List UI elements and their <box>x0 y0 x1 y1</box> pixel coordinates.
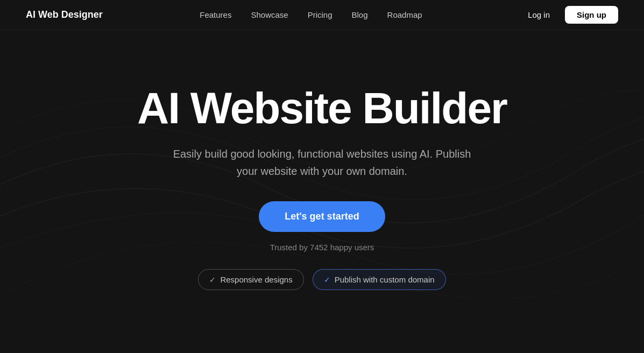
cta-button[interactable]: Let's get started <box>259 201 385 232</box>
badge-domain[interactable]: ✓ Publish with custom domain <box>313 269 446 290</box>
hero-title: AI Website Builder <box>137 84 507 132</box>
check-icon-domain: ✓ <box>324 276 330 284</box>
nav-link-pricing[interactable]: Pricing <box>308 10 332 19</box>
check-icon-responsive: ✓ <box>209 276 216 284</box>
nav-logo: AI Web Designer <box>26 9 103 20</box>
signup-button[interactable]: Sign up <box>565 6 618 24</box>
trusted-text: Trusted by 7452 happy users <box>270 243 374 252</box>
nav-links: Features Showcase Pricing Blog Roadmap <box>200 10 422 20</box>
nav-link-roadmap[interactable]: Roadmap <box>387 10 422 19</box>
nav-link-features[interactable]: Features <box>200 10 231 19</box>
badge-domain-label: Publish with custom domain <box>335 275 435 284</box>
hero-subtitle: Easily build good looking, functional we… <box>172 145 473 180</box>
navbar: AI Web Designer Features Showcase Pricin… <box>0 0 644 30</box>
login-button[interactable]: Log in <box>519 6 558 24</box>
badge-responsive[interactable]: ✓ Responsive designs <box>198 269 303 290</box>
nav-actions: Log in Sign up <box>519 6 618 24</box>
badge-responsive-label: Responsive designs <box>220 275 292 284</box>
nav-link-blog[interactable]: Blog <box>352 10 368 19</box>
feature-badges: ✓ Responsive designs ✓ Publish with cust… <box>198 269 445 290</box>
nav-link-showcase[interactable]: Showcase <box>251 10 288 19</box>
hero-section: AI Website Builder Easily build good loo… <box>0 30 644 290</box>
